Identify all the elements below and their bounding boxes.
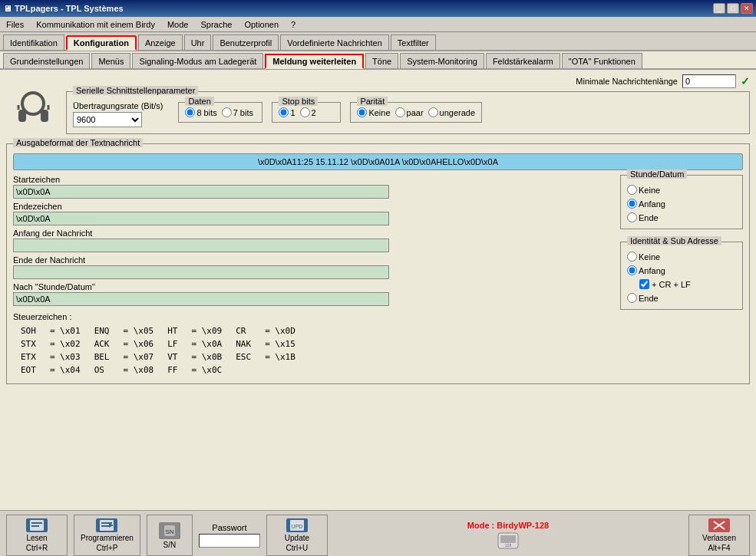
tab-konfiguration[interactable]: Konfiguration: [66, 35, 137, 51]
id-keine[interactable]: Keine: [627, 252, 736, 262]
close-button[interactable]: ✕: [741, 3, 753, 14]
ausgabe-legend: Ausgabeformat der Textnachricht: [13, 138, 143, 147]
tab2-ota[interactable]: "OTA" Funktionen: [562, 53, 642, 68]
ausgabe-fieldset: Ausgabeformat der Textnachricht \x0D\x0A…: [6, 143, 750, 384]
right-panel: Stunde/Datum Keine Anfang Ende: [620, 175, 743, 377]
stop-2[interactable]: 2: [300, 107, 316, 117]
mode-label: Mode : BirdyWP-128: [467, 521, 549, 530]
paritaet-radio-group: Keine paar ungerade: [357, 107, 475, 117]
menu-kommunikation[interactable]: Kommunikation mit einem Birdy: [33, 18, 158, 31]
verlassen-label: Verlassen: [702, 534, 736, 542]
daten-7bits[interactable]: 7 bits: [222, 107, 253, 117]
programmieren-shortcut: Ctrl+P: [96, 544, 117, 552]
rate-select[interactable]: 9600 4800 2400 1200: [73, 112, 142, 127]
svg-rect-10: [101, 525, 109, 527]
check-icon: ✓: [741, 75, 750, 87]
app-icon: 🖥: [3, 4, 12, 13]
svg-rect-17: [500, 535, 516, 543]
svg-rect-2: [41, 110, 48, 122]
anfang-input[interactable]: [13, 239, 389, 252]
paritaet-keine[interactable]: Keine: [357, 107, 390, 117]
svg-rect-7: [31, 525, 39, 527]
id-ende[interactable]: Ende: [627, 293, 736, 303]
stunde-ende[interactable]: Ende: [627, 212, 736, 222]
sn-label: S/N: [163, 541, 177, 549]
tab-textfilter[interactable]: Textfilter: [391, 35, 436, 50]
tab2-feldstaerkealarm[interactable]: Feldstärkealarm: [486, 53, 560, 68]
tab2-menus[interactable]: Menüs: [91, 53, 130, 68]
sn-button[interactable]: SN S/N: [147, 515, 193, 556]
lesen-button[interactable]: Lesen Ctrl+R: [6, 515, 68, 556]
stop-radio-group: 1 2: [279, 107, 334, 117]
titlebar: 🖥 TPLpagers - TPL Systèmes _ □ ✕: [0, 0, 756, 17]
min-length-label: Minimale Nachrichtenlänge: [576, 77, 678, 86]
titlebar-title: 🖥 TPLpagers - TPL Systèmes: [3, 4, 124, 13]
svg-text:UPD: UPD: [292, 524, 303, 529]
cr-lf-checkbox[interactable]: + CR + LF: [639, 279, 736, 289]
startzeichen-group: Startzeichen: [13, 175, 612, 199]
identitaet-radio-group: Keine Anfang + CR + LF Ende: [627, 252, 736, 303]
tab-uhr[interactable]: Uhr: [184, 35, 212, 50]
programmieren-icon: [96, 518, 117, 532]
startzeichen-label: Startzeichen: [13, 175, 612, 184]
menu-help[interactable]: ?: [288, 18, 299, 31]
nach-input[interactable]: [13, 292, 389, 306]
update-button[interactable]: UPD Update Ctrl+U: [266, 515, 328, 556]
tab2-grundeinstellungen[interactable]: Grundeinstellungen: [3, 53, 90, 68]
id-anfang[interactable]: Anfang: [627, 265, 736, 275]
ende-input[interactable]: [13, 265, 389, 279]
lesen-shortcut: Ctrl+R: [26, 544, 48, 552]
nach-label: Nach "Stunde/Datum": [13, 282, 612, 291]
tab2-meldung[interactable]: Meldung weiterleiten: [265, 54, 364, 69]
tab-benutzerprofil[interactable]: Benutzerprofil: [213, 35, 279, 50]
ausgabe-main-row: Startzeichen Endezeichen Anfang der Nach…: [13, 175, 743, 377]
sn-icon: SN: [159, 522, 180, 539]
tab-vordefinierte[interactable]: Vordefinierte Nachrichten: [280, 35, 389, 50]
menu-files[interactable]: Files: [3, 18, 27, 31]
serial-legend: Serielle Schnittstellenparameter: [73, 86, 198, 95]
tab-identifikation[interactable]: Identifikation: [3, 35, 64, 50]
tab2-toene[interactable]: Töne: [365, 53, 398, 68]
stunde-anfang[interactable]: Anfang: [627, 199, 736, 209]
anfang-label: Anfang der Nachricht: [13, 229, 612, 238]
tabbar-1: Identifikation Konfiguration Anzeige Uhr…: [0, 32, 756, 51]
paritaet-paar[interactable]: paar: [395, 107, 424, 117]
stunde-legend: Stunde/Datum: [627, 169, 687, 179]
tab-anzeige[interactable]: Anzeige: [138, 35, 183, 50]
svg-text:128: 128: [505, 543, 512, 548]
ende-group: Ende der Nachricht: [13, 255, 612, 279]
identitaet-fieldset: Identität & Sub Adresse Keine Anfang + C…: [620, 242, 743, 310]
paritaet-legend: Parität: [357, 97, 388, 106]
serial-section: Übertragungsrate (Bit/s) 9600 4800 2400 …: [73, 101, 743, 127]
steuerzeichen-title: Steuerzeichen :: [13, 312, 612, 321]
tab2-monitoring[interactable]: System-Monitoring: [400, 53, 484, 68]
headphone-icon: [6, 82, 60, 136]
stop-1[interactable]: 1: [279, 107, 295, 117]
content-body: Minimale Nachrichtenlänge ✓ Serielle Sch…: [0, 70, 756, 510]
menu-optionen[interactable]: Optionen: [241, 18, 282, 31]
paritaet-ungerade[interactable]: ungerade: [428, 107, 476, 117]
maximize-button[interactable]: □: [727, 3, 739, 14]
rate-label: Übertragungsrate (Bit/s): [73, 101, 163, 110]
programmieren-button[interactable]: Programmieren Ctrl+P: [74, 515, 140, 556]
verlassen-icon: [708, 518, 730, 532]
nach-group: Nach "Stunde/Datum": [13, 282, 612, 306]
endezeichen-input[interactable]: [13, 212, 389, 225]
min-length-input[interactable]: [682, 74, 736, 88]
preview-box: \x0D\x0A11:25 15.11.12 \x0D\x0A01A \x0D\…: [13, 153, 743, 170]
pager-icon: 128: [497, 531, 520, 550]
daten-8bits[interactable]: 8 bits: [185, 107, 216, 117]
stunde-keine[interactable]: Keine: [627, 185, 736, 195]
minimize-button[interactable]: _: [713, 3, 725, 14]
serial-fieldset: Serielle Schnittstellenparameter Übertra…: [66, 91, 750, 134]
password-input[interactable]: [199, 534, 260, 548]
startzeichen-input[interactable]: [13, 185, 389, 199]
verlassen-button[interactable]: Verlassen Alt+F4: [688, 515, 750, 556]
titlebar-controls: _ □ ✕: [713, 3, 753, 14]
menu-mode[interactable]: Mode: [164, 18, 192, 31]
lesen-icon: [26, 518, 48, 532]
cr-lf-label: + CR + LF: [652, 280, 691, 289]
tab2-signaling[interactable]: Signaling-Modus am Ladegerät: [132, 53, 263, 68]
endezeichen-group: Endezeichen: [13, 202, 612, 225]
menu-sprache[interactable]: Sprache: [197, 18, 235, 31]
